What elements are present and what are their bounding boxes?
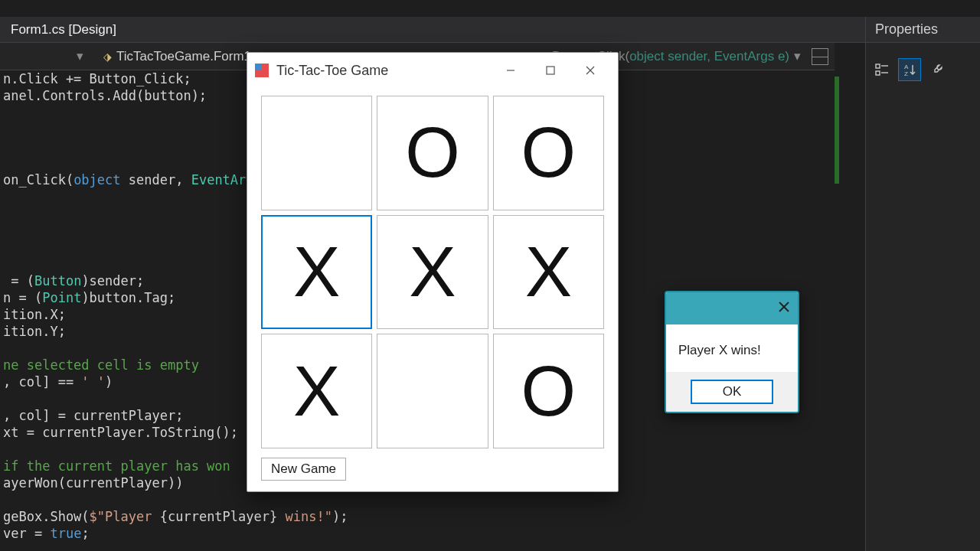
code-line[interactable]: ver = true; [3,525,835,542]
board-cell-1[interactable]: O [377,96,488,210]
code-line[interactable] [3,491,835,508]
ide-tab-form1[interactable]: Form1.cs [Design] [0,17,127,42]
ide-tab-label: Form1.cs [Design] [11,22,116,37]
svg-text:Z: Z [904,70,908,77]
wrench-icon[interactable] [926,58,949,81]
messagebox-titlebar[interactable] [666,292,798,324]
board-cell-7[interactable] [377,334,488,448]
change-marker [835,77,839,184]
svg-rect-0 [876,64,880,68]
close-button[interactable] [570,53,610,88]
svg-rect-1 [876,71,880,75]
board-cell-5[interactable]: X [493,215,604,330]
ok-button[interactable]: OK [691,380,773,404]
messagebox-text: Player X wins! [666,324,798,372]
categorized-icon[interactable] [871,58,893,81]
svg-rect-7 [547,67,554,74]
close-icon[interactable] [778,301,790,316]
board-cell-0[interactable] [261,96,372,210]
new-game-button[interactable]: New Game [261,458,346,481]
minimize-button[interactable] [491,53,531,88]
alphabetical-icon[interactable]: AZ [898,58,921,81]
svg-text:A: A [904,64,909,70]
messagebox: Player X wins! OK [665,291,799,413]
chevron-down-icon[interactable]: ▾ [0,48,88,64]
code-line[interactable]: geBox.Show($"Player {currentPlayer} wins… [3,508,835,525]
tictactoe-window: Tic-Tac-Toe Game OOXXXXO New Game [247,52,619,492]
properties-title: Properties [866,17,980,43]
window-titlebar[interactable]: Tic-Tac-Toe Game [247,53,618,88]
board-cell-8[interactable]: O [493,334,604,448]
chevron-down-icon[interactable]: ▾ [789,48,805,64]
breadcrumb-method-sig[interactable]: object sender, EventArgs e) [629,49,789,64]
window-title-text: Tic-Tac-Toe Game [276,63,388,79]
maximize-button[interactable] [531,53,570,88]
board-cell-6[interactable]: X [261,334,372,448]
breadcrumb-class[interactable]: TicTacToeGame.Form1 [116,49,251,64]
board-cell-4[interactable]: X [377,215,488,330]
ide-tab-bar: Form1.cs [Design] ▼ ⚙ [0,17,980,43]
properties-panel: Properties AZ [865,17,980,551]
board-cell-2[interactable]: O [493,96,604,210]
split-editor-icon[interactable] [812,48,828,65]
winforms-app-icon [255,64,269,77]
properties-toolbar: AZ [866,43,980,96]
game-board: OOXXXXO [247,88,618,453]
board-cell-3[interactable]: X [261,215,372,330]
class-icon: ⬗ [103,51,112,63]
